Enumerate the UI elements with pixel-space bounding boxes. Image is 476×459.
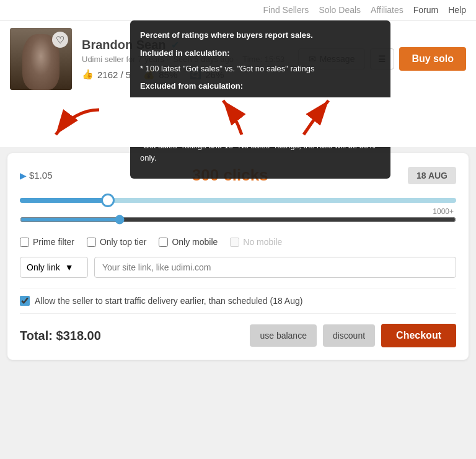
- price-value: $1.05: [29, 170, 53, 180]
- chevron-down-icon: ▼: [65, 262, 74, 272]
- arrow-right: [285, 97, 347, 141]
- nav-affiliates[interactable]: Affiliates: [371, 5, 403, 15]
- no-mobile-filter-text: No mobile: [243, 237, 282, 247]
- footer-actions: use balance discount Checkout: [250, 324, 456, 347]
- price-tag: ▶ $1.05: [20, 170, 53, 180]
- tooltip-excluded-label: Excluded from calculation:: [140, 80, 381, 93]
- arrows-section: [0, 97, 476, 147]
- thumbs-up-icon: 👍: [82, 69, 94, 80]
- clicks-slider[interactable]: [20, 215, 456, 225]
- arrow-left: [37, 104, 112, 141]
- prime-filter-label[interactable]: Prime filter: [20, 237, 74, 247]
- discount-button[interactable]: discount: [323, 324, 375, 347]
- mobile-filter-text: Only mobile: [172, 237, 218, 247]
- order-footer: Total: $318.00 use balance discount Chec…: [20, 324, 456, 347]
- total-label: Total: $318.00: [20, 329, 101, 343]
- order-card: ▶ $1.05 300 clicks 18 AUG 1000+ Prime fi…: [7, 153, 469, 360]
- no-mobile-filter-label[interactable]: No mobile: [230, 237, 282, 247]
- tooltip-included-label: Included in calculation:: [140, 47, 381, 60]
- date-badge: 18 AUG: [408, 167, 456, 184]
- nav-help[interactable]: Help: [448, 5, 466, 15]
- tooltip-title: Percent of ratings where buyers report s…: [140, 29, 381, 42]
- profile-section: ♡ Brandon Sean ✔ Udimi seller for 7 year…: [0, 20, 476, 97]
- filters-row: Prime filter Only top tier Only mobile N…: [20, 237, 456, 247]
- favorite-button[interactable]: ♡: [52, 32, 68, 48]
- no-mobile-filter-checkbox: [230, 238, 239, 247]
- top-nav: Find Sellers Solo Deals Affiliates Forum…: [0, 0, 476, 20]
- buy-solo-button[interactable]: Buy solo: [399, 47, 466, 71]
- link-row: Only link ▼: [20, 257, 456, 278]
- top-tier-filter-text: Only top tier: [100, 237, 146, 247]
- link-type-value: Only link: [27, 262, 60, 272]
- slider-track: 1000+: [20, 195, 456, 206]
- slider-max-label: 1000+: [433, 207, 454, 216]
- nav-forum[interactable]: Forum: [413, 5, 438, 15]
- slider-row: 1000+: [20, 195, 456, 227]
- slider-thumb[interactable]: [101, 194, 115, 207]
- top-tier-filter-label[interactable]: Only top tier: [87, 237, 146, 247]
- nav-find-sellers[interactable]: Find Sellers: [263, 5, 309, 15]
- early-delivery-text: Allow the seller to start traffic delive…: [35, 296, 302, 306]
- checkout-button[interactable]: Checkout: [381, 324, 456, 347]
- heart-icon: ♡: [56, 34, 64, 46]
- price-arrow-icon: ▶: [20, 171, 27, 180]
- slider-fill: [20, 198, 107, 203]
- nav-solo-deals[interactable]: Solo Deals: [319, 5, 361, 15]
- prime-filter-checkbox[interactable]: [20, 238, 29, 247]
- early-delivery-row: Allow the seller to start traffic delive…: [20, 288, 456, 314]
- site-link-input[interactable]: [94, 257, 456, 278]
- tooltip-included-item-1: * 100 latest "Got sales" vs. "Got no sal…: [140, 63, 381, 76]
- avatar: ♡: [10, 28, 72, 90]
- tooltip-included-section: Included in calculation: * 100 latest "G…: [140, 47, 381, 76]
- prime-filter-text: Prime filter: [33, 237, 74, 247]
- top-tier-filter-checkbox[interactable]: [87, 238, 96, 247]
- early-delivery-checkbox[interactable]: [20, 296, 30, 306]
- use-balance-button[interactable]: use balance: [250, 324, 317, 347]
- mobile-filter-checkbox[interactable]: [159, 238, 168, 247]
- link-type-dropdown[interactable]: Only link ▼: [20, 257, 88, 278]
- ratings-stat: 👍 2162 / 5: [82, 69, 131, 80]
- arrow-center: [211, 97, 273, 141]
- mobile-filter-label[interactable]: Only mobile: [159, 237, 218, 247]
